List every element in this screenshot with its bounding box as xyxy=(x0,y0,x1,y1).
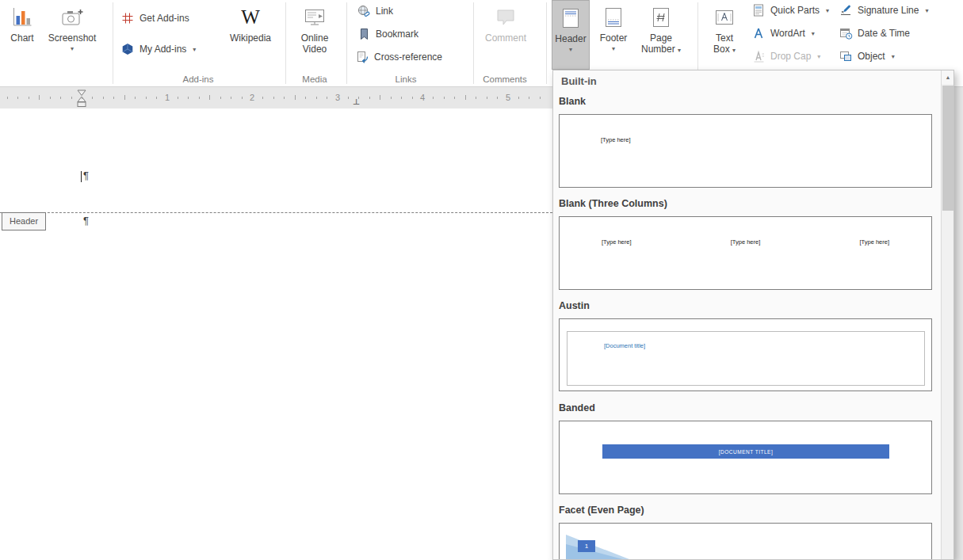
links-group-label: Links xyxy=(396,74,417,84)
date-time-button[interactable]: Date & Time xyxy=(839,23,910,44)
date-time-icon xyxy=(839,26,853,40)
ruler-tick xyxy=(316,97,317,99)
online-video-label-1: Online xyxy=(301,32,329,44)
ruler-tick xyxy=(487,97,487,99)
link-globe-icon xyxy=(357,4,371,18)
banded-title-band: [DOCUMENT TITLE] xyxy=(602,444,889,459)
footer-label: Footer xyxy=(600,32,628,44)
ruler-tick xyxy=(476,97,476,99)
gallery-item-name: Blank (Three Columns) xyxy=(559,196,933,211)
chevron-down-icon: ▾ xyxy=(892,53,895,60)
cross-reference-button[interactable]: Cross-reference xyxy=(355,47,442,67)
chart-button[interactable]: Chart xyxy=(2,0,43,70)
ruler-tick xyxy=(380,95,380,100)
wikipedia-label: Wikipedia xyxy=(230,32,271,44)
quick-parts-button[interactable]: Quick Parts ▾ xyxy=(751,0,829,21)
text-box-icon xyxy=(713,6,736,29)
quick-parts-icon xyxy=(751,3,766,17)
ruler-tick xyxy=(71,97,72,99)
gallery-item-name: Facet (Even Page) xyxy=(559,503,933,517)
group-separator xyxy=(473,2,474,84)
date-time-label: Date & Time xyxy=(858,28,910,39)
horizontal-ruler[interactable]: 1 2 3 4 5 ⊥ xyxy=(0,87,552,109)
ruler-tick xyxy=(29,97,29,99)
signature-line-button[interactable]: Signature Line ▾ xyxy=(839,0,928,21)
gallery-item-banded[interactable]: Banded [DOCUMENT TITLE] xyxy=(559,401,933,494)
ruler-tick xyxy=(92,97,93,99)
gallery-item-preview: [Type here] [Type here] [Type here] xyxy=(559,216,932,290)
header-area-tag: Header xyxy=(2,212,46,230)
ruler-tick xyxy=(348,97,349,99)
chart-label: Chart xyxy=(10,32,33,44)
gallery-item-blank-three-columns[interactable]: Blank (Three Columns) [Type here] [Type … xyxy=(559,196,933,290)
header-gallery-dropdown: Built-in Blank [Type here] Blank (Three … xyxy=(552,70,954,560)
gallery-item-name: Banded xyxy=(559,401,933,415)
ruler-tick xyxy=(17,97,18,99)
comment-bubble-icon xyxy=(494,6,518,29)
footer-button[interactable]: Footer ▾ xyxy=(594,0,632,70)
drop-cap-icon xyxy=(751,49,766,63)
bookmark-label: Bookmark xyxy=(376,29,418,40)
type-here-placeholder: [Type here] xyxy=(859,238,889,246)
scrollbar-thumb[interactable] xyxy=(942,86,953,211)
ruler-tick xyxy=(433,97,434,99)
object-icon xyxy=(839,49,853,63)
get-addins-label: Get Add-ins xyxy=(139,13,189,24)
group-separator xyxy=(546,2,547,84)
gallery-item-blank[interactable]: Blank [Type here] xyxy=(559,94,933,188)
addins-group-label: Add-ins xyxy=(183,74,214,84)
my-addins-button[interactable]: My Add-ins ▾ xyxy=(120,39,196,59)
gallery-item-preview: [DOCUMENT TITLE] xyxy=(559,421,932,494)
text-box-button[interactable]: Text Box ▾ xyxy=(704,0,745,70)
header-icon xyxy=(559,6,583,30)
gallery-item-facet-even-page[interactable]: Facet (Even Page) 1 xyxy=(559,503,933,560)
ruler-tick xyxy=(135,97,136,99)
ruler-tick xyxy=(529,97,529,99)
ruler-tick xyxy=(518,97,519,99)
wordart-icon xyxy=(751,26,766,40)
ruler-tick xyxy=(231,97,231,99)
ruler-tick xyxy=(50,97,51,99)
object-button[interactable]: Object ▾ xyxy=(839,46,895,67)
chevron-down-icon: ▾ xyxy=(193,46,196,53)
signature-line-icon xyxy=(839,3,853,17)
chevron-down-icon: ▾ xyxy=(812,30,815,37)
get-addins-button[interactable]: Get Add-ins xyxy=(120,8,189,29)
wikipedia-button[interactable]: W Wikipedia xyxy=(225,0,276,70)
bookmark-button[interactable]: Bookmark xyxy=(357,24,418,44)
ruler-tick xyxy=(39,95,40,100)
ruler-tick xyxy=(178,97,178,99)
ruler-tick xyxy=(262,97,263,99)
ruler-tick xyxy=(146,97,147,99)
my-addins-label: My Add-ins xyxy=(139,44,186,55)
link-button[interactable]: Link xyxy=(357,1,393,21)
type-here-placeholder: [Type here] xyxy=(602,238,632,246)
ruler-number: 2 xyxy=(250,93,254,102)
ruler-tick xyxy=(401,97,402,99)
facet-page-number: 1 xyxy=(578,540,595,552)
chevron-down-icon: ▾ xyxy=(612,45,615,52)
get-addins-grid-icon xyxy=(120,11,135,25)
chevron-down-icon: ▾ xyxy=(569,46,572,53)
header-button[interactable]: Header ▾ xyxy=(552,0,590,70)
ruler-tick xyxy=(199,97,200,99)
header-boundary-line xyxy=(0,212,552,213)
object-label: Object xyxy=(858,51,885,62)
austin-border-box xyxy=(567,331,925,386)
gallery-section-title: Built-in xyxy=(561,75,597,87)
wikipedia-w-icon: W xyxy=(241,6,260,29)
wordart-button[interactable]: WordArt ▾ xyxy=(751,23,815,44)
gallery-item-austin[interactable]: Austin [Document title] xyxy=(559,299,933,391)
screenshot-button[interactable]: Screenshot ▾ xyxy=(46,0,98,70)
ruler-number: 3 xyxy=(335,93,340,102)
ruler-tick xyxy=(188,97,189,99)
group-separator xyxy=(285,2,286,84)
document-page[interactable]: ¶ Header ¶ xyxy=(0,109,552,560)
gallery-scrollbar[interactable]: ▲ xyxy=(941,70,954,560)
word-window: Chart Screenshot ▾ Get Add-ins xyxy=(0,0,963,560)
scroll-up-button[interactable]: ▲ xyxy=(942,70,954,84)
ruler-tick xyxy=(7,97,8,99)
page-number-button[interactable]: Page Number ▾ xyxy=(637,0,685,70)
online-video-button[interactable]: Online Video xyxy=(290,0,339,70)
ruler-tick xyxy=(273,97,274,99)
